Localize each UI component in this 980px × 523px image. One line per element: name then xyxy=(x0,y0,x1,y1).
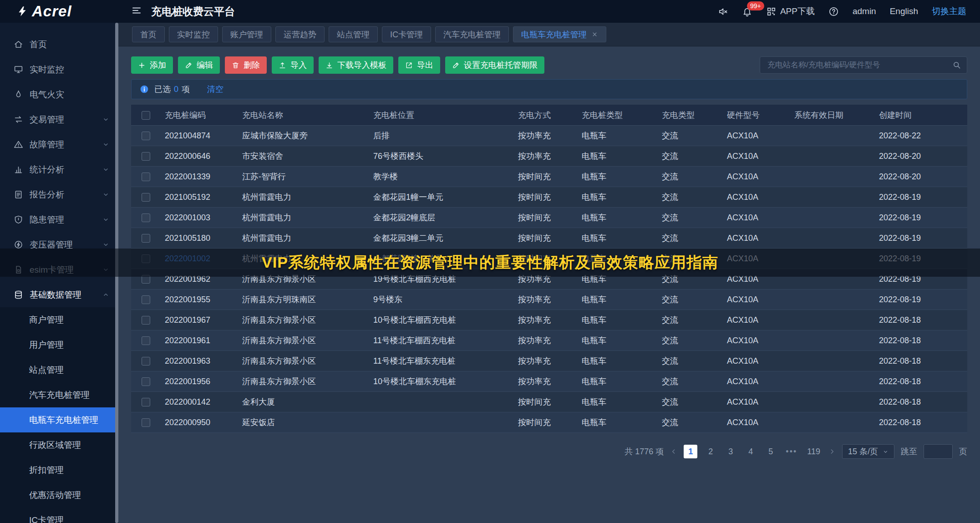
app-download-button[interactable]: APP下载 xyxy=(766,5,815,17)
row-checkbox[interactable] xyxy=(142,398,150,406)
sidebar-item-realtime-monitor[interactable]: 实时监控 xyxy=(0,57,118,82)
sidebar-subitem-label: 电瓶车充电桩管理 xyxy=(29,414,98,426)
sidebar-item-transaction-mgmt[interactable]: 交易管理 xyxy=(0,107,118,132)
sidebar-item-hazard-mgmt[interactable]: 隐患管理 xyxy=(0,207,118,232)
table-row[interactable]: 2022001339江苏-智背行教学楼按时间充电瓶车交流ACX10A2022-0… xyxy=(131,167,967,187)
row-checkbox[interactable] xyxy=(142,336,150,345)
next-page-button[interactable] xyxy=(828,448,836,455)
table-cell: 电瓶车 xyxy=(577,187,657,208)
selected-unit: 项 xyxy=(182,84,190,95)
row-checkbox[interactable] xyxy=(142,234,150,243)
table-cell: 按功率充 xyxy=(513,126,577,146)
table-row[interactable]: 2022001955沂南县东方明珠南区9号楼东按功率充电瓶车交流ACX10A20… xyxy=(131,289,967,310)
sidebar-subitem-site-mgmt[interactable]: 站点管理 xyxy=(0,357,118,382)
sidebar-item-basic-data-mgmt[interactable]: 基础数据管理 xyxy=(0,282,118,307)
table-cell: 11号楼北车棚东充电桩 xyxy=(369,351,513,371)
sidebar-item-stats-analysis[interactable]: 统计分析 xyxy=(0,157,118,182)
row-checkbox[interactable] xyxy=(142,418,150,427)
row-checkbox[interactable] xyxy=(142,213,150,222)
tab-ic-card-mgmt[interactable]: IC卡管理 xyxy=(382,26,431,42)
table-row[interactable]: 2022001963沂南县东方御景小区11号楼北车棚东充电桩按功率充电瓶车交流A… xyxy=(131,351,967,371)
notifications-button[interactable]: 99+ xyxy=(742,6,752,17)
tab-close-icon[interactable] xyxy=(591,31,598,38)
pagination: 共 1776 项12345•••11915 条/页跳至页 xyxy=(625,443,967,460)
import-button[interactable]: 导入 xyxy=(272,56,314,74)
sidebar-subitem-label: 商户管理 xyxy=(29,314,64,326)
page-button-1[interactable]: 1 xyxy=(684,445,697,458)
table-row[interactable]: 2022000646市安装宿舍76号楼西楼头按功率充电瓶车交流ACX10A202… xyxy=(131,146,967,167)
tab-site-mgmt[interactable]: 站点管理 xyxy=(329,26,378,42)
page-button-2[interactable]: 2 xyxy=(704,445,717,458)
sidebar-subitem-region-mgmt[interactable]: 行政区域管理 xyxy=(0,432,118,457)
table-cell xyxy=(790,310,874,330)
page-size-select[interactable]: 15 条/页 xyxy=(842,444,894,459)
edit-button[interactable]: 编辑 xyxy=(178,56,220,74)
row-checkbox[interactable] xyxy=(142,193,150,202)
brand-logo[interactable]: Acrel xyxy=(0,3,118,20)
prev-page-button[interactable] xyxy=(670,448,677,455)
select-all-checkbox[interactable] xyxy=(142,111,150,120)
sidebar-item-fault-mgmt[interactable]: 故障管理 xyxy=(0,132,118,157)
page-button-4[interactable]: 4 xyxy=(744,445,757,458)
table-cell: 2022001961 xyxy=(160,330,238,351)
table-row[interactable]: 2021005192杭州雷霆电力金都花园1幢一单元按时间充电瓶车交流ACX10A… xyxy=(131,187,967,208)
table-row[interactable]: 2022000142金利大厦按时间充电瓶车交流ACX10A2022-08-18 xyxy=(131,392,967,412)
tab-home[interactable]: 首页 xyxy=(132,26,165,42)
tab-realtime-monitor[interactable]: 实时监控 xyxy=(169,26,218,42)
table-cell: 交流 xyxy=(657,412,722,433)
sidebar-subitem-car-pile-mgmt[interactable]: 汽车充电桩管理 xyxy=(0,382,118,407)
table-cell: 金利大厦 xyxy=(238,392,369,412)
sidebar-subitem-ic-card-mgmt[interactable]: IC卡管理 xyxy=(0,508,118,523)
table-row[interactable]: 2022001967沂南县东方御景小区10号楼北车棚西充电桩按功率充电瓶车交流A… xyxy=(131,310,967,330)
tab-operation-trend[interactable]: 运营趋势 xyxy=(275,26,325,42)
sidebar-collapse-button[interactable] xyxy=(131,5,142,18)
help-icon[interactable] xyxy=(828,6,839,17)
sidebar-subitem-merchant-mgmt[interactable]: 商户管理 xyxy=(0,307,118,332)
table-row[interactable]: 2021004874应城市保险大厦旁后排按功率充电瓶车交流ACX10A2022-… xyxy=(131,126,967,146)
sidebar-item-electrical-fire[interactable]: 电气火灾 xyxy=(0,82,118,107)
table-cell: 2022000142 xyxy=(160,392,238,412)
sidebar-item-home[interactable]: 首页 xyxy=(0,32,118,57)
language-toggle[interactable]: English xyxy=(890,6,918,16)
search-input[interactable] xyxy=(760,56,967,74)
table-row[interactable]: 2022000950延安饭店按时间充电瓶车交流ACX10A2022-08-18 xyxy=(131,412,967,433)
table-cell: 交流 xyxy=(657,392,722,412)
table-row[interactable]: 2022001961沂南县东方御景小区11号楼北车棚西充电桩按功率充电瓶车交流A… xyxy=(131,330,967,351)
button-label: 设置充电桩托管期限 xyxy=(464,60,538,71)
theme-switch-link[interactable]: 切换主题 xyxy=(932,5,966,17)
table-row[interactable]: 2022001956沂南县东方御景小区10号楼北车棚东充电桩按功率充电瓶车交流A… xyxy=(131,371,967,392)
table-cell: 2022-08-19 xyxy=(874,228,967,249)
search-icon[interactable] xyxy=(952,61,961,70)
export-button[interactable]: 导出 xyxy=(398,56,440,74)
clear-selection-link[interactable]: 清空 xyxy=(207,84,223,95)
sidebar-subitem-discount-mgmt[interactable]: 折扣管理 xyxy=(0,457,118,482)
row-checkbox[interactable] xyxy=(142,377,150,386)
mute-speaker-icon[interactable] xyxy=(718,6,728,17)
row-checkbox[interactable] xyxy=(142,295,150,304)
download-template-button[interactable]: 下载导入模板 xyxy=(319,56,393,74)
row-checkbox[interactable] xyxy=(142,173,150,181)
row-checkbox[interactable] xyxy=(142,316,150,325)
page-button-3[interactable]: 3 xyxy=(724,445,737,458)
row-checkbox-cell xyxy=(131,412,160,433)
tab-car-pile-mgmt[interactable]: 汽车充电桩管理 xyxy=(435,26,509,42)
page-button-119[interactable]: 119 xyxy=(805,445,822,458)
username[interactable]: admin xyxy=(853,6,876,16)
page-button-5[interactable]: 5 xyxy=(764,445,777,458)
tab-ebike-pile-mgmt[interactable]: 电瓶车充电桩管理 xyxy=(513,26,606,42)
tab-account-mgmt[interactable]: 账户管理 xyxy=(222,26,271,42)
table-row[interactable]: 2022001003杭州雷霆电力金都花园2幢底层按时间充电瓶车交流ACX10A2… xyxy=(131,208,967,228)
row-checkbox[interactable] xyxy=(142,132,150,140)
sidebar-subitem-user-mgmt[interactable]: 用户管理 xyxy=(0,332,118,357)
row-checkbox[interactable] xyxy=(142,357,150,366)
delete-button[interactable]: 删除 xyxy=(225,56,267,74)
table-row[interactable]: 2021005180杭州雷霆电力金都花园3幢二单元按时间充电瓶车交流ACX10A… xyxy=(131,228,967,249)
sidebar-item-report-analysis[interactable]: 报告分析 xyxy=(0,182,118,207)
button-label: 编辑 xyxy=(197,60,213,71)
set-hosting-period-button[interactable]: 设置充电桩托管期限 xyxy=(445,56,544,74)
sidebar-subitem-ebike-pile-mgmt[interactable]: 电瓶车充电桩管理 xyxy=(0,407,118,432)
sidebar-subitem-promotion-mgmt[interactable]: 优惠活动管理 xyxy=(0,482,118,508)
row-checkbox[interactable] xyxy=(142,152,150,161)
jump-page-input[interactable] xyxy=(924,444,953,459)
add-button[interactable]: 添加 xyxy=(131,56,173,74)
